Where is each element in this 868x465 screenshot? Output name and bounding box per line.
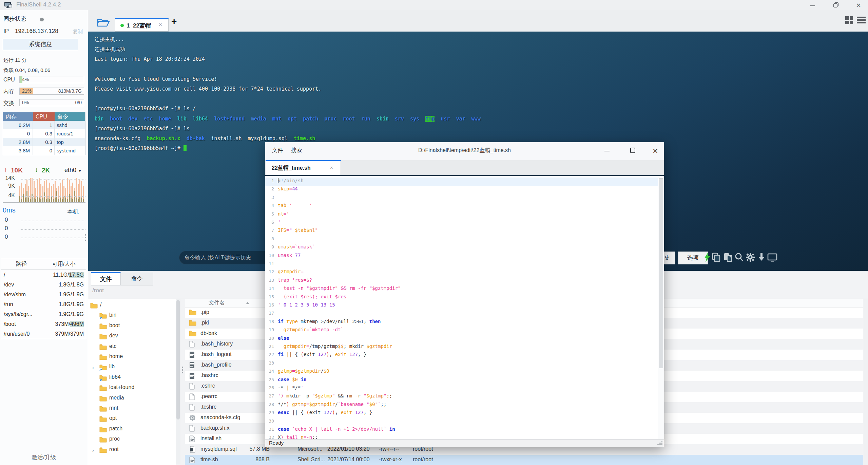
file-list-scrollbar[interactable]: [863, 299, 868, 465]
download-bar: [65, 198, 66, 202]
ping-target-selector[interactable]: 本机: [67, 208, 79, 216]
ping-latency: 0ms: [3, 206, 16, 214]
tree-item-dev[interactable]: dev: [88, 331, 176, 341]
activate-upgrade-link[interactable]: 激活/升级: [0, 453, 88, 461]
interface-selector[interactable]: eth0 ▼: [64, 167, 82, 174]
code-line: 23: [265, 360, 658, 368]
ip-label: IP: [3, 28, 9, 35]
open-folder-icon[interactable]: [97, 17, 110, 28]
tree-item-root[interactable]: ›root: [88, 445, 176, 455]
folder-icon: [99, 426, 108, 433]
uptime-label: 运行 11 分: [3, 57, 27, 63]
tree-item-home[interactable]: home: [88, 352, 176, 362]
process-row: 2.8M0.3top: [3, 138, 85, 146]
doc-icon: [189, 372, 196, 379]
new-tab-button[interactable]: +: [171, 16, 177, 27]
disk-usage: 1.9G/1.9G: [38, 290, 86, 299]
code-line: 5nl=': [265, 211, 658, 219]
gear-file-icon: [189, 414, 196, 421]
gear-icon[interactable]: [746, 252, 756, 262]
tree-item-lib[interactable]: ›lib: [88, 362, 176, 372]
system-info-button[interactable]: 系统信息: [3, 39, 78, 50]
download-icon[interactable]: [757, 252, 767, 262]
file-name: .bashrc: [200, 372, 218, 378]
terminal-output-line: [95, 94, 481, 104]
tree-item-proc[interactable]: proc: [88, 434, 176, 445]
process-cpu: 0: [33, 146, 55, 155]
tree-scrollbar-thumb[interactable]: [176, 300, 180, 420]
window-titlebar: FinalShell 4.2.4.2 ✕: [0, 0, 868, 10]
disk-usage: 1.8G/1.8G: [38, 280, 86, 290]
line-number: 14: [265, 286, 274, 291]
tree-item-boot[interactable]: boot: [88, 321, 176, 331]
copy-ip-button[interactable]: 复制: [73, 29, 83, 35]
tab-commands[interactable]: 命令: [121, 272, 153, 285]
paste-icon[interactable]: [723, 252, 733, 262]
terminal-output-line: Please visit www.yisu.com or call 400-10…: [95, 84, 481, 94]
folder-icon: [189, 320, 196, 327]
process-mem: 0: [3, 129, 33, 138]
editor-minimize-button[interactable]: [603, 147, 612, 154]
sync-status-dot: [40, 18, 44, 21]
editor-tab-close-icon[interactable]: ×: [330, 165, 333, 170]
file-name: install.sh: [200, 435, 221, 442]
process-command: top: [55, 138, 85, 146]
window-minimize-button[interactable]: [807, 2, 817, 8]
line-number: 20: [265, 336, 274, 341]
menu-icon[interactable]: [857, 17, 866, 24]
pane-splitter-handle[interactable]: [182, 365, 184, 375]
session-tab-close-icon[interactable]: ×: [159, 21, 162, 28]
tree-item-bin[interactable]: bin: [88, 311, 176, 321]
app-icon: [4, 2, 12, 8]
network-chart-baseline: [3, 202, 85, 203]
tree-item-opt[interactable]: opt: [88, 414, 176, 424]
window-close-button[interactable]: ✕: [853, 2, 864, 8]
tree-item-label: root: [109, 446, 119, 452]
code-text: gztmpdir=: [278, 269, 304, 274]
copy-icon[interactable]: [712, 252, 722, 262]
editor-close-button[interactable]: ✕: [651, 147, 660, 154]
tree-item-lostfound[interactable]: lost+found: [88, 383, 176, 393]
terminal-output-line: [root@yisu-60a2196bb5a4f ~]# ls: [95, 124, 481, 134]
code-line: 9umask=`umask`: [265, 244, 658, 252]
session-tab[interactable]: 1 22蓝帽 ×: [115, 18, 169, 32]
window-restore-button[interactable]: [830, 2, 841, 8]
terminal-cursor: [184, 145, 187, 151]
code-text: [278, 194, 281, 200]
editor-scrollbar-thumb[interactable]: [659, 178, 663, 368]
tree-item-label: proc: [109, 436, 120, 442]
expander-icon[interactable]: ›: [92, 365, 94, 370]
tab-files[interactable]: 文件: [91, 272, 121, 285]
tree-item-[interactable]: /: [88, 300, 176, 311]
layout-grid-icon[interactable]: [845, 16, 853, 24]
editor-resize-grip[interactable]: [657, 440, 662, 445]
file-icon: [189, 341, 196, 348]
code-editor[interactable]: 1#!/bin/sh2skip=443 4tab=' '5nl='6'7IFS=…: [265, 176, 658, 439]
download-bar: [55, 198, 56, 202]
display-icon[interactable]: [767, 252, 777, 262]
line-number: 26: [265, 385, 274, 390]
search-icon[interactable]: [734, 252, 745, 262]
editor-maximize-button[interactable]: [629, 147, 637, 154]
tree-item-mnt[interactable]: mnt: [88, 404, 176, 414]
filename-column-header[interactable]: 文件名: [209, 299, 225, 306]
doc-icon: [189, 351, 196, 358]
tree-item-label: mnt: [109, 405, 118, 411]
disk-usage: 379M/379M: [38, 329, 86, 339]
tree-item-patch[interactable]: patch: [88, 424, 176, 434]
code-text: */*) gztmp=$gztmpdir/`basename "$0"`;;: [278, 402, 386, 407]
file-row-timesh[interactable]: time.sh868 BShell Scri...2021/07/14 00:0…: [185, 455, 868, 465]
code-text: [278, 261, 281, 266]
code-text: gztmpdir=/tmp/gztmp$$; mkdir $gztmpdir: [278, 343, 392, 349]
tree-item-lib64[interactable]: lib64: [88, 373, 176, 383]
editor-statusbar: Ready: [265, 439, 664, 447]
upload-bar: [67, 178, 68, 202]
line-number: 22: [265, 352, 274, 357]
tree-item-media[interactable]: media: [88, 393, 176, 404]
editor-file-tab[interactable]: 22蓝帽_time.sh ×: [266, 160, 341, 175]
tree-item-label: dev: [109, 333, 118, 339]
tree-item-etc[interactable]: etc: [88, 342, 176, 352]
code-line: 6': [265, 219, 658, 227]
process-column-header: 命令: [55, 112, 85, 121]
expander-icon[interactable]: ›: [92, 447, 94, 453]
